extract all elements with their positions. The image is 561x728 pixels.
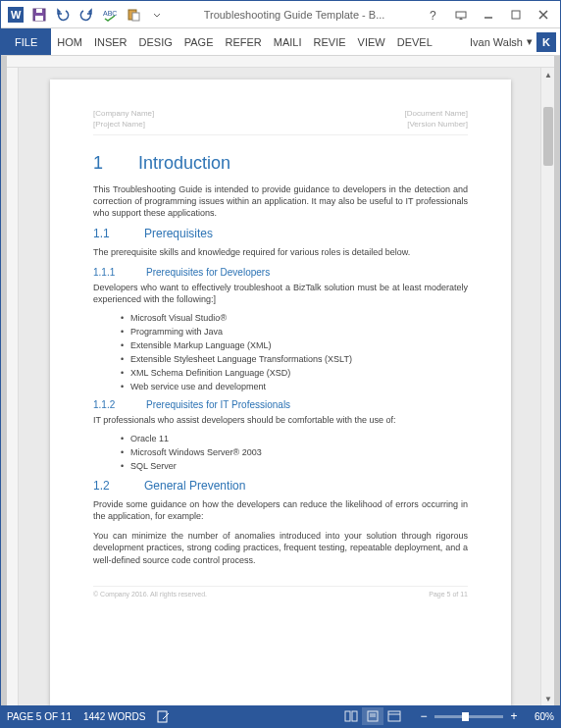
redo-icon[interactable] xyxy=(76,4,97,26)
window-title: Troubleshooting Guide Template - B... xyxy=(168,9,421,21)
close-icon[interactable] xyxy=(531,5,556,25)
heading-112-number: 1.1.2 xyxy=(93,399,123,410)
zoom-out-button[interactable]: − xyxy=(417,709,431,723)
heading-12-text: General Prevention xyxy=(144,479,245,493)
svg-rect-14 xyxy=(352,711,357,721)
svg-rect-18 xyxy=(388,711,400,721)
spelling-icon[interactable]: ABC xyxy=(99,4,121,26)
footer-copyright: © Company 2016. All rights reserved. xyxy=(93,591,207,598)
svg-text:W: W xyxy=(11,9,22,21)
list-item: Microsoft Windows Server® 2003 xyxy=(121,447,468,457)
ruler-vertical[interactable] xyxy=(7,68,19,705)
file-tab[interactable]: FILE xyxy=(1,28,51,55)
svg-rect-4 xyxy=(35,16,43,21)
minimize-icon[interactable] xyxy=(476,5,501,25)
list-item: Extensible Markup Language (XML) xyxy=(121,340,468,350)
svg-text:?: ? xyxy=(430,9,436,21)
header-company: [Company Name] xyxy=(93,109,154,118)
s111-paragraph: Developers who want to effectively troub… xyxy=(93,282,468,305)
svg-rect-9 xyxy=(456,12,466,18)
tab-mailings[interactable]: MAILI xyxy=(268,28,308,55)
heading-111: 1.1.1 Prerequisites for Developers xyxy=(93,267,468,278)
zoom-slider[interactable] xyxy=(434,715,503,718)
s112-list: Oracle 11 Microsoft Windows Server® 2003… xyxy=(121,434,468,471)
ribbon: FILE HOM INSER DESIG PAGE REFER MAILI RE… xyxy=(1,28,560,56)
word-app-icon[interactable]: W xyxy=(5,4,26,26)
page-header: [Company Name] [Project Name] [Document … xyxy=(93,109,468,135)
tab-developer[interactable]: DEVEL xyxy=(391,28,438,55)
heading-111-text: Prerequisites for Developers xyxy=(146,267,270,278)
status-page[interactable]: PAGE 5 OF 11 xyxy=(7,711,72,722)
list-item: Programming with Java xyxy=(121,327,468,337)
heading-1-number: 1 xyxy=(93,153,111,174)
zoom-level[interactable]: 60% xyxy=(525,711,554,722)
undo-icon[interactable] xyxy=(52,4,74,26)
tab-home[interactable]: HOM xyxy=(51,28,88,55)
heading-12-number: 1.2 xyxy=(93,479,117,493)
header-version: [Version Number] xyxy=(405,120,468,129)
list-item: Microsoft Visual Studio® xyxy=(121,313,468,323)
status-proofing-icon[interactable] xyxy=(157,709,171,723)
scroll-thumb[interactable] xyxy=(543,107,553,166)
svg-rect-11 xyxy=(512,11,520,19)
list-item: Extensible Stylesheet Language Transform… xyxy=(121,354,468,364)
scroll-down-icon[interactable]: ▼ xyxy=(541,692,555,705)
ruler-horizontal[interactable] xyxy=(7,56,554,68)
header-docname: [Document Name] xyxy=(405,109,468,118)
s12-paragraph-1: Provide some guidance on how the develop… xyxy=(93,498,468,522)
heading-11: 1.1 Prerequisites xyxy=(93,227,468,240)
web-layout-icon[interactable] xyxy=(383,707,405,725)
paste-icon[interactable] xyxy=(123,4,144,26)
footer-page: Page 5 of 11 xyxy=(429,591,468,598)
heading-112-text: Prerequisites for IT Professionals xyxy=(146,399,290,410)
tab-references[interactable]: REFER xyxy=(220,28,268,55)
vertical-scrollbar[interactable]: ▲ ▼ xyxy=(540,68,554,705)
scroll-up-icon[interactable]: ▲ xyxy=(541,68,555,81)
page-footer: © Company 2016. All rights reserved. Pag… xyxy=(93,586,468,598)
ribbon-options-icon[interactable] xyxy=(448,5,474,25)
document-page[interactable]: [Company Name] [Project Name] [Document … xyxy=(50,79,511,705)
heading-111-number: 1.1.1 xyxy=(93,267,123,278)
s111-list: Microsoft Visual Studio® Programming wit… xyxy=(121,313,468,391)
heading-11-text: Prerequisites xyxy=(144,227,213,240)
list-item: Web service use and development xyxy=(121,382,468,391)
list-item: Oracle 11 xyxy=(121,434,468,443)
status-bar: PAGE 5 OF 11 1442 WORDS − + 60% xyxy=(1,705,560,727)
zoom-in-button[interactable]: + xyxy=(507,709,521,723)
view-buttons xyxy=(340,707,405,725)
tab-page-layout[interactable]: PAGE xyxy=(178,28,220,55)
chevron-down-icon: ▾ xyxy=(527,35,533,48)
save-icon[interactable] xyxy=(28,4,50,26)
user-name: Ivan Walsh xyxy=(470,36,523,48)
heading-12: 1.2 General Prevention xyxy=(93,479,468,493)
help-icon[interactable]: ? xyxy=(421,5,446,25)
tab-review[interactable]: REVIE xyxy=(308,28,352,55)
window-controls: ? xyxy=(421,5,556,25)
heading-1: 1 Introduction xyxy=(93,153,468,174)
qat-customize-icon[interactable] xyxy=(146,4,168,26)
title-bar: W ABC Troubleshooting Guide Template - B… xyxy=(1,1,560,28)
svg-rect-13 xyxy=(345,711,350,721)
user-badge: K xyxy=(536,32,556,52)
intro-paragraph: This Troubleshooting Guide is intended t… xyxy=(93,183,468,219)
tab-view[interactable]: VIEW xyxy=(352,28,391,55)
document-canvas: [Company Name] [Project Name] [Document … xyxy=(1,56,560,705)
status-words[interactable]: 1442 WORDS xyxy=(83,711,145,722)
s12-paragraph-2: You can minimize the number of anomalies… xyxy=(93,530,468,565)
zoom-control: − + 60% xyxy=(417,709,554,723)
maximize-icon[interactable] xyxy=(503,5,529,25)
list-item: XML Schema Definition Language (XSD) xyxy=(121,368,468,378)
heading-11-number: 1.1 xyxy=(93,227,117,240)
tab-insert[interactable]: INSER xyxy=(88,28,133,55)
heading-112: 1.1.2 Prerequisites for IT Professionals xyxy=(93,399,468,410)
zoom-thumb[interactable] xyxy=(462,712,469,721)
tab-design[interactable]: DESIG xyxy=(133,28,178,55)
ribbon-tabs: HOM INSER DESIG PAGE REFER MAILI REVIE V… xyxy=(51,28,466,55)
header-project: [Project Name] xyxy=(93,120,154,129)
user-account[interactable]: Ivan Walsh ▾ K xyxy=(466,28,560,55)
s112-paragraph: IT professionals who assist developers s… xyxy=(93,414,468,426)
svg-rect-3 xyxy=(36,9,42,13)
svg-rect-7 xyxy=(132,13,139,21)
print-layout-icon[interactable] xyxy=(362,707,383,725)
read-mode-icon[interactable] xyxy=(340,707,362,725)
